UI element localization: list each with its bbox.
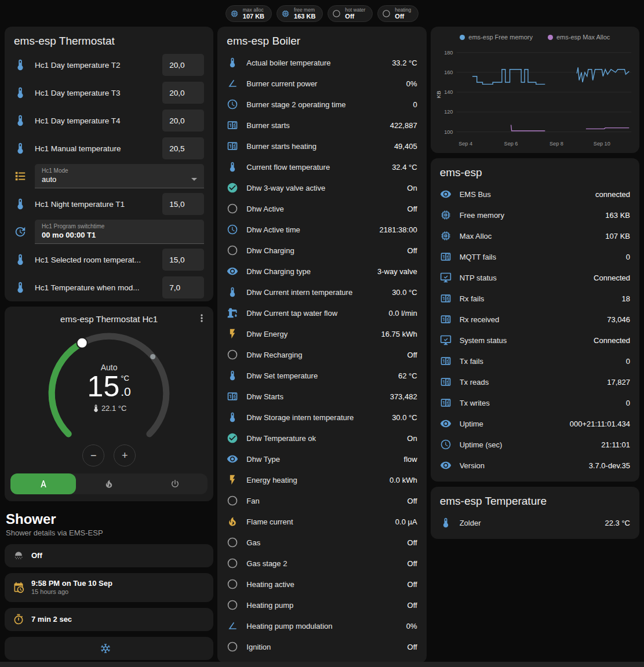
status-chip[interactable]: free mem 163 KB: [276, 5, 323, 22]
number-input[interactable]: 20,5: [162, 137, 204, 159]
entity-row[interactable]: Max Alloc 107 KB: [431, 225, 639, 246]
number-input[interactable]: 15,0: [162, 193, 204, 215]
entity-row[interactable]: Rx received 73,046: [431, 309, 639, 330]
card-menu-button[interactable]: [196, 312, 208, 326]
thermometer-water-icon: [14, 59, 27, 71]
entity-row[interactable]: System status Connected: [431, 330, 639, 351]
circle-outline-icon: [227, 495, 238, 506]
entity-row[interactable]: Hc1 Day temperature T2 20,0: [5, 51, 213, 79]
entity-row[interactable]: Dhw Charging Off: [217, 240, 426, 261]
circle-outline-icon: [227, 245, 238, 256]
entity-row[interactable]: Hc1 Day temperature T4 20,0: [5, 107, 213, 134]
entity-row[interactable]: MQTT fails 0: [431, 246, 639, 267]
hvac-mode-button[interactable]: [76, 473, 141, 494]
shower-tile[interactable]: 7 min 2 sec: [5, 608, 213, 631]
entity-row[interactable]: Zolder 22.3 °C: [431, 512, 639, 533]
number-input[interactable]: 7,0: [162, 276, 204, 298]
entity-row[interactable]: Uptime (sec) 21:11:01: [431, 434, 639, 455]
counter-icon: [440, 293, 452, 304]
entity-row[interactable]: Dhw Recharging Off: [217, 344, 426, 365]
shower-tile[interactable]: Off: [5, 544, 213, 567]
circle-outline-icon: [382, 9, 391, 18]
entity-row[interactable]: Hc1 Night temperature T1 15,0: [5, 190, 213, 218]
entity-row[interactable]: Dhw Starts 373,482: [217, 386, 426, 407]
entity-row[interactable]: Fan Off: [217, 490, 426, 511]
number-input[interactable]: 20,0: [162, 110, 204, 132]
entity-row[interactable]: Hc1 Program switchtime 00 mo 00:00 T1: [5, 218, 213, 246]
increase-temp-button[interactable]: +: [114, 444, 136, 466]
entity-row[interactable]: EMS Bus connected: [431, 184, 639, 205]
entity-row[interactable]: Version 3.7.0-dev.35: [431, 455, 639, 476]
legend-item[interactable]: ems-esp Max Alloc: [548, 34, 610, 41]
entity-row[interactable]: Hc1 Selected room temperat... 15,0: [5, 246, 213, 274]
entity-row[interactable]: Rx fails 18: [431, 288, 639, 309]
number-input[interactable]: 20,0: [162, 82, 204, 104]
entity-row[interactable]: Dhw Active Off: [217, 198, 426, 219]
entity-row[interactable]: Dhw 3-way valve active On: [217, 177, 426, 198]
entity-row[interactable]: Burner stage 2 operating time 0: [217, 94, 426, 115]
shower-tile[interactable]: [5, 637, 213, 660]
entity-row[interactable]: Gas Off: [217, 532, 426, 553]
entity-row[interactable]: Tx fails 0: [431, 351, 639, 371]
number-input[interactable]: 20,0: [162, 54, 204, 76]
entity-row[interactable]: Heating pump Off: [217, 595, 426, 615]
section-title: Shower: [6, 511, 213, 527]
entity-row[interactable]: Dhw Set temperature 62 °C: [217, 365, 426, 386]
entity-row[interactable]: Energy heating 0.0 kWh: [217, 469, 426, 490]
history-chart[interactable]: 100120140160180Sep 4Sep 6Sep 8Sep 10KB: [435, 43, 635, 148]
memory-icon: [440, 230, 452, 242]
entity-row[interactable]: Dhw Temperature ok On: [217, 428, 426, 449]
hvac-mode-button[interactable]: [142, 473, 208, 494]
entity-row[interactable]: Dhw Current tap water flow 0.0 l/min: [217, 302, 426, 323]
entity-row[interactable]: Hc1 Day temperature T3 20,0: [5, 79, 213, 107]
counter-icon: [227, 140, 238, 152]
legend-dot: [548, 35, 553, 40]
number-input[interactable]: 15,0: [162, 249, 204, 271]
dial-handle[interactable]: [77, 338, 88, 348]
counter-icon: [227, 391, 238, 402]
entity-row[interactable]: Burner current power 0%: [217, 73, 426, 94]
card-title: ems-esp Temperature: [431, 487, 639, 511]
entity-row[interactable]: Dhw Current intern temperature 30.0 °C: [217, 282, 426, 302]
svg-text:100: 100: [444, 129, 453, 135]
middle-column: ems-esp Boiler Actual boiler temperature…: [217, 27, 426, 663]
entity-row[interactable]: Free memory 163 KB: [431, 205, 639, 225]
decrease-temp-button[interactable]: −: [82, 444, 104, 466]
entity-row[interactable]: Dhw Type flow: [217, 449, 426, 469]
shower-tile[interactable]: 9:58 PM on Tue 10 Sep 15 hours ago: [5, 573, 213, 602]
eye-icon: [440, 188, 452, 200]
entity-row[interactable]: Hc1 Temperature when mod... 7,0: [5, 274, 213, 301]
entity-row[interactable]: Burner starts 422,887: [217, 115, 426, 136]
text-field[interactable]: Hc1 Program switchtime 00 mo 00:00 T1: [35, 220, 204, 244]
status-chip[interactable]: heating Off: [377, 5, 419, 22]
entity-row[interactable]: Dhw Active time 2181:38:00: [217, 219, 426, 240]
status-chip[interactable]: hot water Off: [328, 5, 373, 22]
entity-row[interactable]: Heating pump modulation 0%: [217, 615, 426, 636]
svg-text:Sep 6: Sep 6: [504, 141, 518, 147]
horizontal-scrollbar[interactable]: [0, 662, 644, 667]
entity-row[interactable]: Dhw Charging type 3-way valve: [217, 261, 426, 282]
entity-row[interactable]: Dhw Storage intern temperature 30.0 °C: [217, 407, 426, 428]
legend-item[interactable]: ems-esp Free memory: [460, 34, 533, 41]
status-chip[interactable]: max alloc 107 KB: [225, 5, 272, 22]
water-pump-icon: [227, 307, 238, 319]
entity-row[interactable]: Current flow temperature 32.4 °C: [217, 156, 426, 177]
entity-row[interactable]: Actual boiler temperature 33.2 °C: [217, 52, 426, 73]
eye-icon: [440, 460, 452, 471]
select-field[interactable]: Hc1 Mode auto: [35, 164, 204, 188]
entity-row[interactable]: Tx writes 0: [431, 392, 639, 413]
entity-row[interactable]: Tx reads 17,827: [431, 371, 639, 392]
entity-row[interactable]: Hc1 Manual temperature 20,5: [5, 134, 213, 162]
entity-row[interactable]: NTP status Connected: [431, 267, 639, 288]
entity-row[interactable]: Uptime 000+21:11:01.434: [431, 413, 639, 434]
entity-row[interactable]: Burner starts heating 49,405: [217, 136, 426, 156]
entity-row[interactable]: Hc1 Mode auto: [5, 162, 213, 190]
entity-row[interactable]: Ignition Off: [217, 636, 426, 657]
entity-row[interactable]: Gas stage 2 Off: [217, 553, 426, 574]
entity-row[interactable]: Flame current 0.0 µA: [217, 511, 426, 532]
dial-graphic: [42, 326, 176, 461]
entity-row[interactable]: Heating active Off: [217, 574, 426, 595]
thermostat-dial[interactable]: Auto 15 °C .0 22.1 °C − +: [42, 326, 176, 466]
hvac-mode-button[interactable]: [10, 473, 76, 494]
entity-row[interactable]: Dhw Energy 16.75 kWh: [217, 323, 426, 344]
